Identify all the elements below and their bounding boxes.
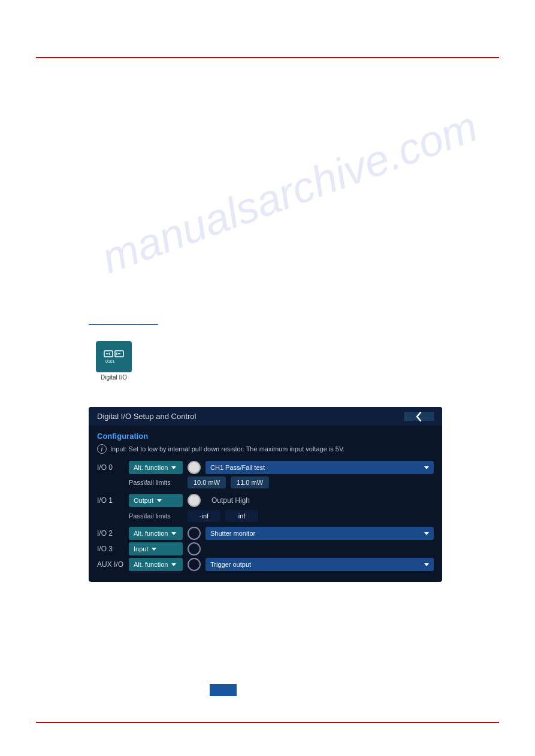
io3-left-dropdown-arrow <box>152 548 156 551</box>
io2-left-dropdown[interactable]: Alt. function <box>129 527 183 540</box>
io-row-3: I/O 3 Input <box>97 542 434 555</box>
digital-io-icon-label: Digital I/O <box>101 374 127 381</box>
aux-right-dropdown-label: Trigger output <box>210 561 251 568</box>
aux-indicator <box>188 558 201 571</box>
io2-right-dropdown[interactable]: Shutter monitor <box>205 527 434 540</box>
io0-left-dropdown-arrow <box>171 466 176 469</box>
io2-label: I/O 2 <box>97 529 124 538</box>
top-divider-line <box>36 57 499 58</box>
back-button[interactable] <box>404 412 434 421</box>
blue-square-indicator <box>210 684 237 696</box>
io1-val1[interactable]: -inf <box>188 510 220 522</box>
io1-val2[interactable]: inf <box>225 510 258 522</box>
info-row: i Input: Set to low by internal pull dow… <box>97 444 434 454</box>
io-row-aux: AUX I/O Alt. function Trigger output <box>97 558 434 571</box>
io3-label: I/O 3 <box>97 545 124 553</box>
io2-right-dropdown-label: Shutter monitor <box>210 530 255 537</box>
io0-sub-label: Pass\fail limits <box>129 479 183 486</box>
io0-right-dropdown-label: CH1 Pass/Fail test <box>210 464 265 471</box>
info-text: Input: Set to low by internal pull down … <box>110 445 344 453</box>
io0-sub-row: Pass\fail limits 10.0 mW 11.0 mW <box>97 476 434 488</box>
configuration-title: Configuration <box>97 432 434 441</box>
io0-right-dropdown[interactable]: CH1 Pass/Fail test <box>205 461 434 474</box>
blue-underline-link[interactable]: ________________ <box>89 316 158 325</box>
io1-left-dropdown-arrow <box>157 499 162 502</box>
io1-sub-row: Pass\fail limits -inf inf <box>97 510 434 522</box>
io2-left-dropdown-arrow <box>171 532 176 535</box>
io2-indicator <box>188 527 201 540</box>
aux-left-dropdown-arrow <box>171 563 176 566</box>
io1-sub-label: Pass\fail limits <box>129 512 183 520</box>
io-row-1: I/O 1 Output Output High <box>97 493 434 508</box>
panel-title: Digital I/O Setup and Control <box>97 412 196 421</box>
digital-io-icon-box[interactable]: 0101 <box>96 341 132 372</box>
io-row-0: I/O 0 Alt. function CH1 Pass/Fail test <box>97 461 434 474</box>
io2-right-dropdown-arrow <box>424 532 429 535</box>
io1-left-dropdown[interactable]: Output <box>129 494 183 507</box>
watermark: manualsarchive.com <box>95 102 484 283</box>
panel-title-bar: Digital I/O Setup and Control <box>89 407 442 426</box>
digital-io-panel: Digital I/O Setup and Control Configurat… <box>89 407 442 582</box>
io1-label: I/O 1 <box>97 496 124 505</box>
aux-right-dropdown[interactable]: Trigger output <box>205 558 434 571</box>
aux-label: AUX I/O <box>97 560 124 569</box>
aux-left-dropdown-label: Alt. function <box>134 561 168 568</box>
io1-output-high-text: Output High <box>205 493 256 508</box>
digital-io-svg-icon: 0101 <box>103 346 125 368</box>
aux-right-dropdown-arrow <box>424 563 429 566</box>
digital-io-icon-container[interactable]: 0101 Digital I/O <box>96 341 132 381</box>
io0-indicator <box>188 461 201 474</box>
info-icon: i <box>97 444 107 454</box>
io1-indicator <box>188 494 201 507</box>
io0-label: I/O 0 <box>97 463 124 472</box>
svg-text:0101: 0101 <box>105 359 115 363</box>
io0-val1[interactable]: 10.0 mW <box>188 476 226 488</box>
io1-left-dropdown-label: Output <box>134 497 153 504</box>
aux-left-dropdown[interactable]: Alt. function <box>129 558 183 571</box>
io3-left-dropdown-label: Input <box>134 545 148 552</box>
io3-indicator <box>188 542 201 555</box>
io-row-2: I/O 2 Alt. function Shutter monitor <box>97 527 434 540</box>
io2-left-dropdown-label: Alt. function <box>134 530 168 537</box>
io0-left-dropdown[interactable]: Alt. function <box>129 461 183 474</box>
io0-right-dropdown-arrow <box>424 466 429 469</box>
io0-val2[interactable]: 11.0 mW <box>231 476 269 488</box>
io0-left-dropdown-label: Alt. function <box>134 464 168 471</box>
panel-body: Configuration i Input: Set to low by int… <box>89 426 442 582</box>
io3-left-dropdown[interactable]: Input <box>129 542 183 555</box>
bottom-divider-line <box>36 722 499 723</box>
